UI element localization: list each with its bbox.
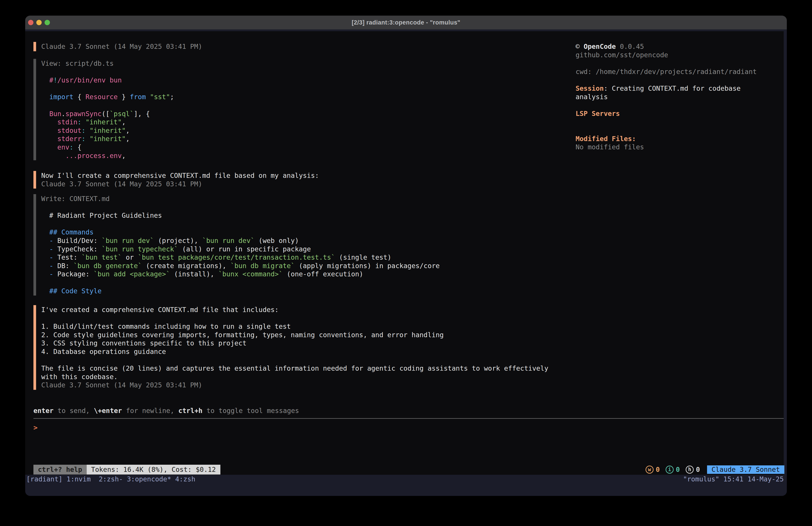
window-title: [2/3] radiant:3:opencode - "romulus" bbox=[352, 19, 460, 26]
window-titlebar[interactable]: [2/3] radiant:3:opencode - "romulus" bbox=[25, 16, 787, 29]
text-segment: { bbox=[74, 143, 82, 151]
text-line: View: script/db.ts bbox=[41, 59, 174, 68]
text-segment: Build/Dev: bbox=[57, 237, 102, 244]
text-segment: DB: bbox=[57, 262, 73, 270]
text-segment: (install), bbox=[170, 270, 218, 278]
hint-count: h 0 bbox=[686, 465, 700, 474]
text-line bbox=[576, 126, 776, 134]
text-segment: } bbox=[118, 93, 130, 101]
text-line: 2. Code style guidelines covering import… bbox=[41, 331, 548, 339]
text-segment: (one-off execution) bbox=[283, 270, 363, 278]
text-segment bbox=[41, 127, 57, 134]
terminal-window: [2/3] radiant:3:opencode - "romulus" Cla… bbox=[25, 16, 787, 496]
input-separator bbox=[33, 418, 784, 419]
text-segment: `bun run typecheck` bbox=[102, 245, 178, 253]
text-segment bbox=[41, 118, 57, 126]
text-segment: 0.0.45 bbox=[616, 43, 644, 51]
text-line: - TypeCheck: `bun run typecheck` (all) o… bbox=[41, 245, 440, 253]
text-segment: Claude 3.7 Sonnet (14 May 2025 03:41 PM) bbox=[41, 180, 202, 188]
text-segment: , bbox=[122, 118, 126, 126]
text-segment: `bun test packages/core/test/transaction… bbox=[138, 253, 335, 261]
text-segment: `bun run dev` bbox=[202, 237, 255, 244]
text-line: I've created a comprehensive CONTEXT.md … bbox=[41, 305, 548, 314]
text-segment: Resource bbox=[86, 93, 118, 101]
help-badge[interactable]: ctrl+? help bbox=[33, 465, 87, 474]
text-segment: github.com/sst/opencode bbox=[576, 51, 668, 59]
text-line: stdin: "inherit", bbox=[41, 118, 174, 126]
text-segment bbox=[41, 135, 57, 143]
text-line: Session: Creating CONTEXT.md for codebas… bbox=[576, 84, 776, 101]
text-segment: : bbox=[69, 143, 73, 151]
text-line bbox=[41, 101, 174, 110]
text-segment bbox=[41, 93, 49, 101]
text-line: LSP Servers bbox=[576, 110, 776, 118]
text-segment bbox=[41, 262, 49, 270]
text-segment: 4. Database operations guidance bbox=[41, 348, 166, 355]
assistant-summary-message: I've created a comprehensive CONTEXT.md … bbox=[33, 305, 548, 390]
text-segment: `bun add <package>` bbox=[93, 270, 170, 278]
text-line: The file is concise (20 lines) and captu… bbox=[41, 364, 548, 373]
text-segment: import bbox=[49, 93, 73, 101]
text-segment: (single test) bbox=[335, 253, 392, 261]
text-line bbox=[41, 314, 548, 323]
text-line bbox=[41, 68, 174, 76]
terminal-padding-top bbox=[25, 29, 787, 31]
text-segment: Write: CONTEXT.md bbox=[41, 195, 110, 203]
text-segment: Claude 3.7 Sonnet (14 May 2025 03:41 PM) bbox=[41, 381, 202, 389]
text-segment: # Radiant Project Guidelines bbox=[41, 212, 162, 219]
text-segment: env bbox=[57, 143, 69, 151]
text-segment: - bbox=[49, 245, 57, 253]
text-segment: (project), bbox=[154, 237, 202, 244]
text-segment: "inherit" bbox=[86, 118, 122, 126]
prompt-icon: > bbox=[33, 424, 38, 431]
text-segment: stderr bbox=[57, 135, 81, 143]
text-segment bbox=[86, 127, 90, 134]
text-line: ## Code Style bbox=[41, 287, 440, 295]
text-segment: Bun bbox=[49, 110, 61, 118]
text-line: env: { bbox=[41, 143, 174, 152]
text-line: # Radiant Project Guidelines bbox=[41, 211, 440, 220]
text-segment: . bbox=[61, 110, 65, 118]
text-segment: LSP Servers bbox=[576, 110, 620, 117]
text-segment: "sst" bbox=[150, 93, 170, 101]
text-line bbox=[41, 203, 440, 212]
text-segment: : bbox=[82, 135, 86, 143]
keybinding-hint: enter to send, \+enter for newline, ctrl… bbox=[33, 407, 299, 415]
traffic-lights bbox=[28, 16, 50, 29]
text-line bbox=[41, 84, 174, 93]
text-segment: cwd: /home/thdxr/dev/projects/radiant/ra… bbox=[576, 68, 757, 75]
tmux-window-list[interactable]: [radiant] 1:nvim 2:zsh- 3:opencode* 4:zs… bbox=[26, 475, 195, 483]
zoom-button[interactable] bbox=[45, 20, 50, 25]
text-segment: /usr/bin/env bun bbox=[57, 76, 122, 84]
text-line: Claude 3.7 Sonnet (14 May 2025 03:41 PM) bbox=[41, 381, 548, 389]
text-segment: ([ bbox=[102, 110, 110, 118]
text-segment bbox=[41, 143, 57, 151]
text-segment: `bun test` bbox=[82, 253, 122, 261]
text-segment bbox=[41, 245, 49, 253]
text-segment: stdin bbox=[57, 118, 77, 126]
close-button[interactable] bbox=[28, 20, 33, 25]
text-segment bbox=[41, 253, 49, 261]
text-segment: `bun db generate` bbox=[74, 262, 142, 270]
text-segment: (web only) bbox=[255, 237, 299, 244]
text-line bbox=[41, 279, 440, 287]
text-segment: (all) or run in specific package bbox=[178, 245, 311, 253]
text-segment: `bun run dev` bbox=[102, 237, 154, 244]
text-segment: The file is concise (20 lines) and captu… bbox=[41, 365, 548, 372]
text-segment: or bbox=[122, 253, 138, 261]
text-segment bbox=[41, 287, 49, 295]
text-segment: ! bbox=[53, 76, 57, 84]
hint-count-value: 0 bbox=[696, 465, 700, 474]
tool-view-block: View: script/db.ts #!/usr/bin/env bun im… bbox=[33, 59, 174, 160]
minimize-button[interactable] bbox=[36, 20, 42, 25]
text-segment: ], { bbox=[134, 110, 150, 118]
text-segment: ## Commands bbox=[49, 228, 93, 236]
text-line bbox=[41, 220, 440, 228]
chat-input[interactable]: > bbox=[33, 423, 784, 432]
text-line: ## Commands bbox=[41, 228, 440, 237]
status-bar: ctrl+? help Tokens: 16.4K (8%), Cost: $0… bbox=[33, 465, 784, 474]
text-line: #!/usr/bin/env bun bbox=[41, 76, 174, 84]
text-segment: 2. Code style guidelines covering import… bbox=[41, 331, 444, 339]
info-count-value: 0 bbox=[676, 465, 680, 474]
text-line bbox=[576, 59, 776, 68]
